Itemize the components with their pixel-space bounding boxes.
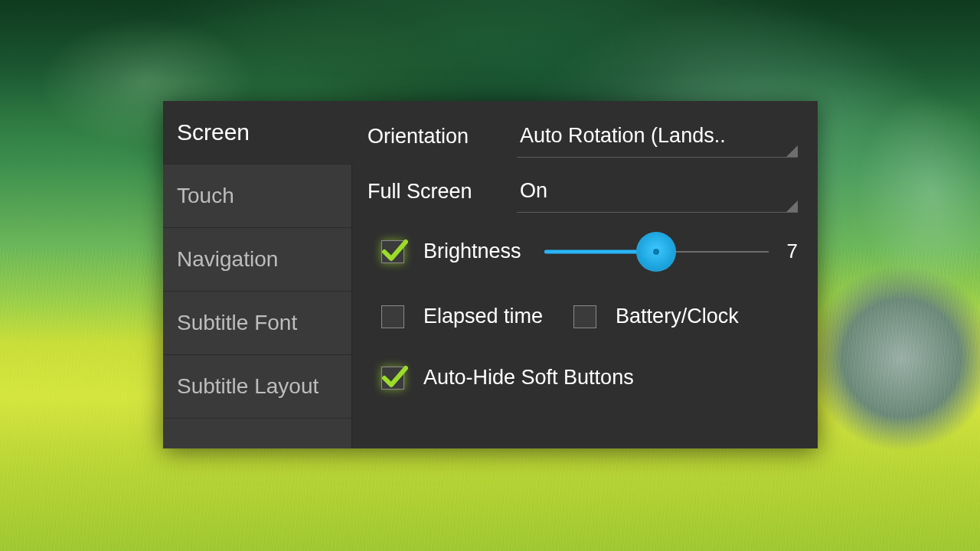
brightness-slider[interactable] xyxy=(544,238,769,266)
tab-screen[interactable]: Screen xyxy=(163,101,352,165)
brightness-checkbox[interactable] xyxy=(381,240,404,263)
tab-navigation[interactable]: Navigation xyxy=(163,228,351,292)
settings-tabs: Screen Touch Navigation Subtitle Font Su… xyxy=(163,101,352,448)
elapsed-group: Elapsed time xyxy=(381,305,543,328)
orientation-row: Orientation Auto Rotation (Lands.. xyxy=(368,109,798,164)
tab-subtitle-layout[interactable]: Subtitle Layout xyxy=(163,355,351,419)
battery-checkbox[interactable] xyxy=(573,305,596,328)
elapsed-label: Elapsed time xyxy=(423,305,543,328)
battery-group: Battery/Clock xyxy=(573,305,739,328)
brightness-row: Brightness 7 xyxy=(381,219,798,284)
tab-subtitle-font[interactable]: Subtitle Font xyxy=(163,292,351,355)
checkmark-icon xyxy=(381,237,408,265)
settings-content: Orientation Auto Rotation (Lands.. Full … xyxy=(352,101,818,448)
brightness-value: 7 xyxy=(782,240,798,263)
autohide-checkbox[interactable] xyxy=(381,367,404,390)
battery-label: Battery/Clock xyxy=(616,305,739,328)
orientation-spinner[interactable]: Auto Rotation (Lands.. xyxy=(517,115,798,158)
orientation-label: Orientation xyxy=(368,125,517,148)
autohide-label: Auto-Hide Soft Buttons xyxy=(423,366,634,390)
checkmark-icon xyxy=(381,364,408,391)
brightness-label: Brightness xyxy=(423,240,521,263)
elapsed-checkbox[interactable] xyxy=(381,305,404,328)
tab-touch[interactable]: Touch xyxy=(163,165,351,228)
slider-thumb[interactable] xyxy=(636,232,676,272)
settings-dialog: Screen Touch Navigation Subtitle Font Su… xyxy=(163,101,818,448)
fullscreen-spinner[interactable]: On xyxy=(517,170,798,213)
fullscreen-row: Full Screen On xyxy=(368,164,798,219)
autohide-row: Auto-Hide Soft Buttons xyxy=(381,349,798,406)
fullscreen-label: Full Screen xyxy=(368,180,517,204)
osd-row: Elapsed time Battery/Clock xyxy=(381,284,798,349)
